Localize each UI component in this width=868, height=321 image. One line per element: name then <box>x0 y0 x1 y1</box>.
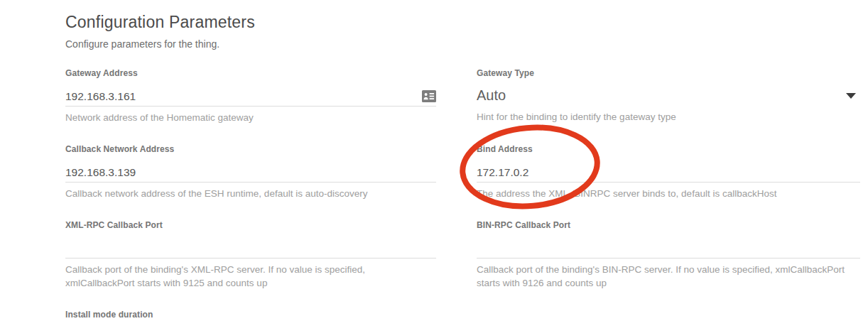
page-subtitle: Configure parameters for the thing. <box>65 38 868 51</box>
callback-network-address-input[interactable] <box>65 166 436 179</box>
configuration-page: Configuration Parameters Configure param… <box>0 0 868 321</box>
field-helper: The address the XML-/BINRPC server binds… <box>477 187 860 200</box>
bind-address-input[interactable] <box>477 166 860 179</box>
field-gateway-type: Gateway Type Auto Hint for the binding t… <box>477 68 860 124</box>
field-callback-network-address: Callback Network Address Callback networ… <box>65 144 436 200</box>
field-helper: Callback network address of the ESH runt… <box>65 187 436 200</box>
field-helper: Callback port of the binding's BIN-RPC s… <box>477 263 860 290</box>
field-label: Bind Address <box>477 144 860 155</box>
field-helper: Callback port of the binding's XML-RPC s… <box>65 263 436 290</box>
field-gateway-address: Gateway Address Network address of the H… <box>65 68 436 124</box>
field-label: Install mode duration <box>65 310 436 320</box>
field-label: Gateway Type <box>477 68 860 79</box>
xml-rpc-callback-port-input[interactable] <box>65 242 436 255</box>
page-title: Configuration Parameters <box>65 11 868 33</box>
config-form: Gateway Address Network address of the H… <box>65 68 868 321</box>
field-bind-address: Bind Address The address the XML-/BINRPC… <box>477 144 860 200</box>
field-helper: Network address of the Homematic gateway <box>65 111 436 124</box>
field-label: Gateway Address <box>65 68 436 79</box>
contact-card-icon[interactable] <box>422 90 436 102</box>
gateway-address-input[interactable] <box>65 90 416 103</box>
field-label: XML-RPC Callback Port <box>65 220 436 231</box>
field-helper: Hint for the binding to identify the gat… <box>477 110 860 124</box>
selected-value: Auto <box>477 87 506 104</box>
bin-rpc-callback-port-input[interactable] <box>477 242 860 255</box>
gateway-type-select[interactable]: Auto <box>477 85 860 106</box>
field-label: BIN-RPC Callback Port <box>477 220 860 231</box>
field-bin-rpc-callback-port: BIN-RPC Callback Port Callback port of t… <box>477 220 860 290</box>
field-install-mode-duration: Install mode duration <box>65 310 436 321</box>
field-label: Callback Network Address <box>65 144 436 155</box>
field-xml-rpc-callback-port: XML-RPC Callback Port Callback port of t… <box>65 220 436 290</box>
chevron-down-icon <box>846 93 856 99</box>
